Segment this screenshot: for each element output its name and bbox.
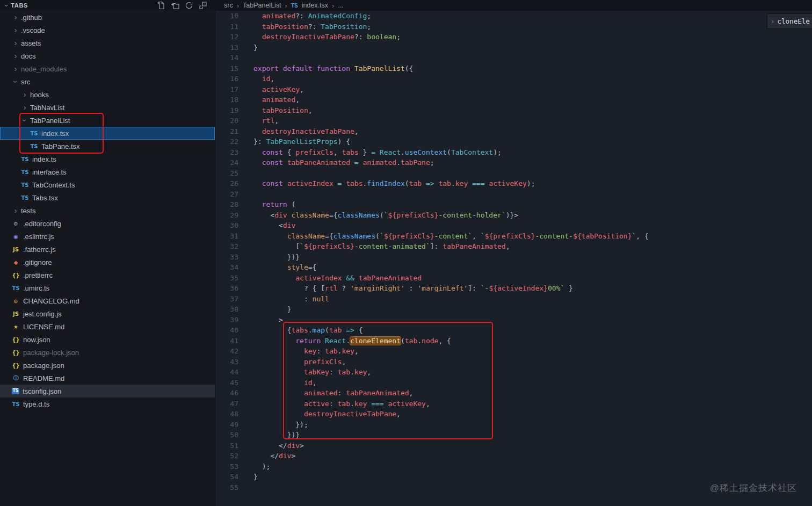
file-item-.prettierrc[interactable]: {}.prettierrc: [0, 269, 215, 281]
code-line-31[interactable]: 31 className={classNames(`${prefixCls}-c…: [215, 231, 812, 242]
code-line-10[interactable]: 10 animated?: AnimatedConfig;: [215, 11, 812, 21]
line-number: 28: [215, 199, 238, 210]
new-file-icon[interactable]: [157, 1, 165, 10]
chevron-right-icon: ›: [12, 64, 19, 73]
code-line-49[interactable]: 49 });: [215, 420, 812, 430]
file-item-package.json[interactable]: {}package.json: [0, 359, 215, 372]
code-text: activeKey,: [253, 85, 304, 93]
code-line-12[interactable]: 12 destroyInactiveTabPane?: boolean;: [215, 32, 812, 42]
code-line-16[interactable]: 16 id,: [215, 74, 812, 84]
chevron-right-icon: ›: [12, 13, 19, 21]
minimap-peek-widget[interactable]: › cloneEle: [767, 13, 812, 29]
file-item-index.ts[interactable]: TSindex.ts: [0, 153, 215, 165]
refresh-icon[interactable]: [185, 1, 193, 10]
code-editor[interactable]: 10 animated?: AnimatedConfig;11 tabPosit…: [215, 11, 812, 506]
code-line-27[interactable]: 27: [215, 189, 812, 200]
code-line-23[interactable]: 23 const { prefixCls, tabs } = React.use…: [215, 147, 812, 158]
code-line-21[interactable]: 21 destroyInactiveTabPane,: [215, 126, 812, 137]
file-item-.fatherrc.js[interactable]: JS.fatherrc.js: [0, 243, 215, 256]
code-line-13[interactable]: 13}: [215, 42, 812, 53]
file-item-jest.config.js[interactable]: JSjest.config.js: [0, 307, 215, 320]
code-text: [`${prefixCls}-content-animated`]: tabPa…: [253, 242, 510, 250]
code-line-51[interactable]: 51 </div>: [215, 440, 812, 451]
breadcrumb-tabpanellist[interactable]: TabPanelList: [243, 2, 281, 9]
code-line-11[interactable]: 11 tabPosition?: TabPosition;: [215, 21, 812, 32]
collapse-all-icon[interactable]: [199, 1, 207, 10]
file-item-package-lock.json[interactable]: {}package-lock.json: [0, 346, 215, 359]
code-line-26[interactable]: 26 const activeIndex = tabs.findIndex(ta…: [215, 178, 812, 189]
breadcrumb-more[interactable]: ...: [338, 2, 343, 9]
file-item-CHANGELOG.md[interactable]: ⊙CHANGELOG.md: [0, 294, 215, 307]
code-line-43[interactable]: 43 prefixCls,: [215, 357, 812, 367]
code-line-35[interactable]: 35 activeIndex && tabPaneAnimated: [215, 273, 812, 284]
code-line-29[interactable]: 29 <div className={classNames(`${prefixC…: [215, 210, 812, 221]
file-item-.editorconfig[interactable]: ⚙.editorconfig: [0, 217, 215, 230]
folder-item-.vscode[interactable]: ›.vscode: [0, 24, 215, 37]
file-item-Tabs.tsx[interactable]: TSTabs.tsx: [0, 191, 215, 204]
file-item-now.json[interactable]: {}now.json: [0, 333, 215, 346]
folder-item-TabPanelList[interactable]: ›TabPanelList: [0, 114, 215, 127]
git-icon: ◆: [12, 259, 20, 265]
code-text: destroyInactiveTabPane,: [253, 410, 401, 418]
code-line-24[interactable]: 24 const tabPaneAnimated = animated.tabP…: [215, 157, 812, 168]
code-line-34[interactable]: 34 style={: [215, 262, 812, 273]
code-line-50[interactable]: 50 })}: [215, 430, 812, 440]
file-item-index.tsx[interactable]: TSindex.tsx: [0, 127, 215, 140]
item-label: CHANGELOG.md: [23, 297, 79, 305]
code-line-25[interactable]: 25: [215, 168, 812, 179]
code-line-22[interactable]: 22}: TabPanelListProps) {: [215, 136, 812, 147]
code-line-45[interactable]: 45 id,: [215, 378, 812, 388]
folder-item-hooks[interactable]: ›hooks: [0, 88, 215, 101]
ts-icon: TS: [21, 182, 29, 188]
file-item-tsconfig.json[interactable]: TStsconfig.json: [0, 385, 215, 397]
code-line-44[interactable]: 44 tabKey: tab.key,: [215, 367, 812, 378]
code-line-42[interactable]: 42 key: tab.key,: [215, 346, 812, 357]
code-line-19[interactable]: 19 tabPosition,: [215, 105, 812, 116]
line-number: 19: [215, 105, 238, 116]
code-line-28[interactable]: 28 return (: [215, 199, 812, 210]
file-item-type.d.ts[interactable]: TStype.d.ts: [0, 397, 215, 410]
folder-item-.github[interactable]: ›.github: [0, 11, 215, 24]
code-line-17[interactable]: 17 activeKey,: [215, 84, 812, 95]
new-folder-icon[interactable]: [171, 1, 179, 10]
folder-item-assets[interactable]: ›assets: [0, 37, 215, 49]
folder-item-tests[interactable]: ›tests: [0, 204, 215, 217]
folder-item-src[interactable]: ›src: [0, 75, 215, 88]
folder-item-TabNavList[interactable]: ›TabNavList: [0, 101, 215, 114]
code-line-48[interactable]: 48 destroyInactiveTabPane,: [215, 409, 812, 420]
code-line-54[interactable]: 54}: [215, 472, 812, 482]
breadcrumb-src[interactable]: src: [224, 2, 233, 9]
code-line-38[interactable]: 38 }: [215, 304, 812, 315]
file-tree: ›.github›.vscode›assets›docs›node_module…: [0, 11, 215, 410]
code-line-52[interactable]: 52 </div>: [215, 451, 812, 461]
code-line-14[interactable]: 14: [215, 53, 812, 63]
code-line-15[interactable]: 15export default function TabPanelList({: [215, 63, 812, 74]
code-line-30[interactable]: 30 <div: [215, 220, 812, 231]
file-item-.umirc.ts[interactable]: TS.umirc.ts: [0, 281, 215, 294]
file-item-README.md[interactable]: ⓘREADME.md: [0, 372, 215, 385]
code-line-41[interactable]: 41 return React.cloneElement(tab.node, {: [215, 336, 812, 346]
file-item-interface.ts[interactable]: TSinterface.ts: [0, 165, 215, 178]
file-item-TabPane.tsx[interactable]: TSTabPane.tsx: [0, 140, 215, 153]
code-line-18[interactable]: 18 animated,: [215, 95, 812, 105]
breadcrumb-index-tsx[interactable]: index.tsx: [302, 2, 328, 9]
file-item-TabContext.ts[interactable]: TSTabContext.ts: [0, 178, 215, 191]
code-line-37[interactable]: 37 : null: [215, 294, 812, 305]
code-line-20[interactable]: 20 rtl,: [215, 115, 812, 126]
folder-item-docs[interactable]: ›docs: [0, 49, 215, 62]
code-line-36[interactable]: 36 ? { [rtl ? 'marginRight' : 'marginLef…: [215, 283, 812, 294]
code-line-40[interactable]: 40 {tabs.map(tab => {: [215, 325, 812, 336]
folder-item-node_modules[interactable]: ›node_modules: [0, 62, 215, 75]
file-item-.gitignore[interactable]: ◆.gitignore: [0, 256, 215, 269]
code-line-53[interactable]: 53 );: [215, 461, 812, 472]
code-text: className={classNames(`${prefixCls}-cont…: [253, 232, 649, 240]
chevron-down-icon[interactable]: ›: [3, 4, 11, 6]
code-line-32[interactable]: 32 [`${prefixCls}-content-animated`]: ta…: [215, 241, 812, 252]
code-line-47[interactable]: 47 active: tab.key === activeKey,: [215, 399, 812, 409]
ts-icon: TS: [30, 143, 38, 149]
code-line-33[interactable]: 33 })}: [215, 252, 812, 263]
file-item-.eslintrc.js[interactable]: ◉.eslintrc.js: [0, 230, 215, 243]
file-item-LICENSE.md[interactable]: ★LICENSE.md: [0, 320, 215, 333]
code-line-46[interactable]: 46 animated: tabPaneAnimated,: [215, 388, 812, 399]
code-line-39[interactable]: 39 >: [215, 315, 812, 326]
